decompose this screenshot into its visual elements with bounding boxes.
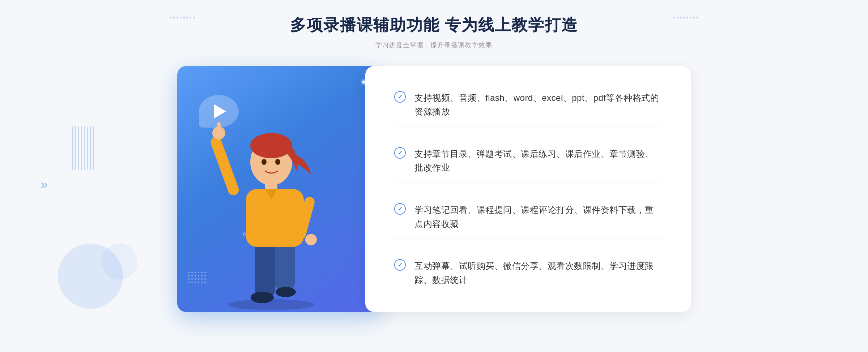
svg-point-10 [305, 234, 317, 245]
content-area: « [177, 66, 691, 312]
sub-title: 学习进度全掌握，提升录播课教学效果 [290, 41, 578, 50]
svg-rect-6 [209, 136, 240, 197]
light-spot-1 [362, 81, 365, 83]
illustration-card: « [177, 66, 380, 312]
svg-rect-2 [275, 240, 295, 290]
feature-item-1: ✓ 支持视频、音频、flash、word、excel、ppt、pdf等各种格式的… [394, 84, 662, 126]
feature-item-3: ✓ 学习笔记回看、课程提问、课程评论打分、课件资料下载，重点内容收藏 [394, 196, 662, 239]
feature-text-1: 支持视频、音频、flash、word、excel、ppt、pdf等各种格式的资源… [414, 91, 662, 119]
feature-text-3: 学习笔记回看、课程提问、课程评论打分、课件资料下载，重点内容收藏 [414, 203, 662, 231]
main-title: 多项录播课辅助功能 专为线上教学打造 [290, 14, 578, 36]
svg-rect-5 [246, 189, 304, 247]
decorative-circle-2 [101, 244, 137, 280]
check-icon-2: ✓ [394, 147, 406, 159]
svg-point-15 [275, 159, 280, 165]
check-icon-4: ✓ [394, 259, 406, 271]
feature-text-2: 支持章节目录、弹题考试、课后练习、课后作业、章节测验、批改作业 [414, 147, 662, 175]
decorative-arrow-left: » [41, 177, 48, 192]
check-icon-1: ✓ [394, 91, 406, 103]
person-illustration [199, 102, 344, 312]
header-deco-left [170, 17, 195, 18]
svg-rect-1 [255, 240, 275, 297]
svg-rect-8 [217, 122, 221, 133]
feature-item-4: ✓ 互动弹幕、试听购买、微信分享、观看次数限制、学习进度跟踪、数据统计 [394, 252, 662, 294]
svg-point-3 [251, 292, 274, 303]
svg-point-14 [261, 159, 267, 165]
feature-text-4: 互动弹幕、试听购买、微信分享、观看次数限制、学习进度跟踪、数据统计 [414, 259, 662, 287]
check-mark-3: ✓ [397, 206, 403, 212]
check-mark-2: ✓ [397, 150, 403, 156]
feature-item-2: ✓ 支持章节目录、弹题考试、课后练习、课后作业、章节测验、批改作业 [394, 140, 662, 183]
stripe-decoration [72, 126, 94, 170]
check-mark-4: ✓ [397, 262, 403, 268]
page-wrapper: 多项录播课辅助功能 专为线上教学打造 学习进度全掌握，提升录播课教学效果 « [0, 0, 868, 352]
title-section: 多项录播课辅助功能 专为线上教学打造 学习进度全掌握，提升录播课教学效果 [290, 14, 578, 50]
check-mark-1: ✓ [397, 94, 403, 100]
header-deco-right [673, 17, 698, 18]
check-icon-3: ✓ [394, 203, 406, 215]
svg-point-4 [276, 287, 296, 297]
right-panel: ✓ 支持视频、音频、flash、word、excel、ppt、pdf等各种格式的… [365, 66, 691, 312]
